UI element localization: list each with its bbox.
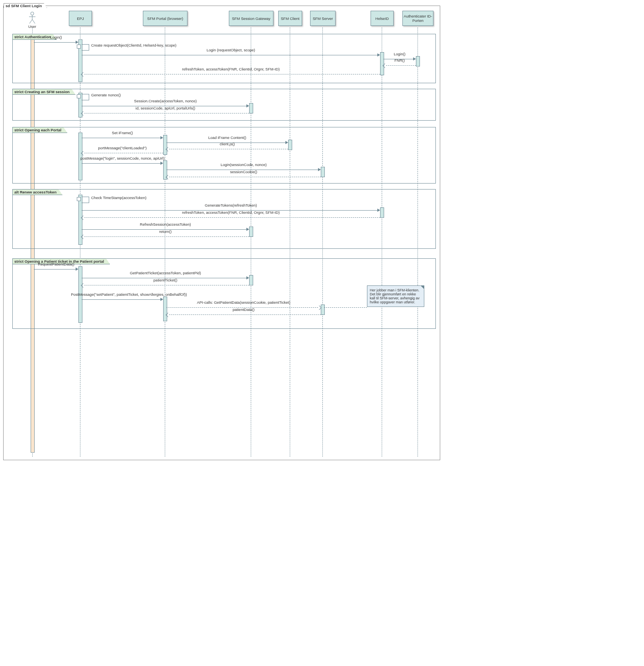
msg-sessioncookie: sessionCookie(): [166, 174, 321, 180]
msg-login-user-epj: Login(): [34, 39, 78, 45]
svg-line-3: [29, 20, 32, 23]
msg-set-iframe: Set iFrame(): [82, 135, 163, 141]
msg-portmessage-loaded: portMessage("clientLoaded"): [82, 150, 163, 156]
msg-label: Generate nonce(): [91, 93, 121, 97]
head-server: SFM Server: [310, 11, 336, 26]
msg-session-return: id, sessionCode, apiUrl, portalUrls(): [82, 110, 249, 116]
head-portal: SFM Portal (browser): [143, 11, 187, 26]
frag-label: strict Creating an SFM session: [12, 89, 76, 95]
msg-label: Create requestObject(ClientId, HelseId-k…: [91, 43, 176, 47]
head-epj: EPJ: [69, 11, 92, 26]
msg-label: Check TimeStamp(accessToken): [91, 195, 146, 200]
head-client: SFM Client: [278, 11, 302, 26]
head-idporten: Authenticater ID-Porten: [402, 11, 433, 26]
msg-create-requestobject: [82, 44, 89, 51]
msg-setpatient: PostMessage("setPatient", patientTicket,…: [82, 297, 163, 302]
frag-label: strict Opening each Portal: [12, 127, 67, 133]
msg-patientdata: patientData(): [166, 312, 321, 317]
svg-point-0: [31, 12, 34, 15]
msg-postmessage-login: postMessage("login", sessionCode, nonce,…: [82, 160, 163, 166]
frag-label: alt Renew accessToken: [12, 189, 62, 195]
msg-request-patient: RequestPatientData(): [34, 266, 78, 272]
head-helseid: HelseID: [371, 11, 394, 26]
msg-ticket-return: patientTicket(): [82, 282, 249, 288]
msg-return: return(): [82, 234, 249, 239]
head-gateway: SFM Session Gateway: [229, 11, 273, 26]
msg-generate-nonce: [82, 94, 89, 100]
msg-tokens: refreshToken, accessToken(FNR, ClientId,…: [82, 71, 380, 77]
msg-tokens-2: refreshToken, accessToken(FNR, ClientId,…: [82, 215, 380, 220]
msg-check-timestamp: [82, 197, 89, 203]
note-sfm: Her jobber man i SFM-klienten. Det blir …: [367, 285, 424, 307]
actor-user: User: [27, 12, 38, 29]
msg-clientjs: client.js(): [166, 146, 288, 152]
activation: [416, 56, 420, 66]
msg-fnr: FNR(): [383, 62, 416, 68]
svg-line-4: [32, 20, 35, 23]
msg-login-request: Login (requestObject, scope): [82, 52, 380, 58]
diagram-frame: sd SFM Client Login User EPJ SFM Portal …: [3, 6, 440, 460]
diagram-title: sd SFM Client Login: [4, 3, 47, 8]
